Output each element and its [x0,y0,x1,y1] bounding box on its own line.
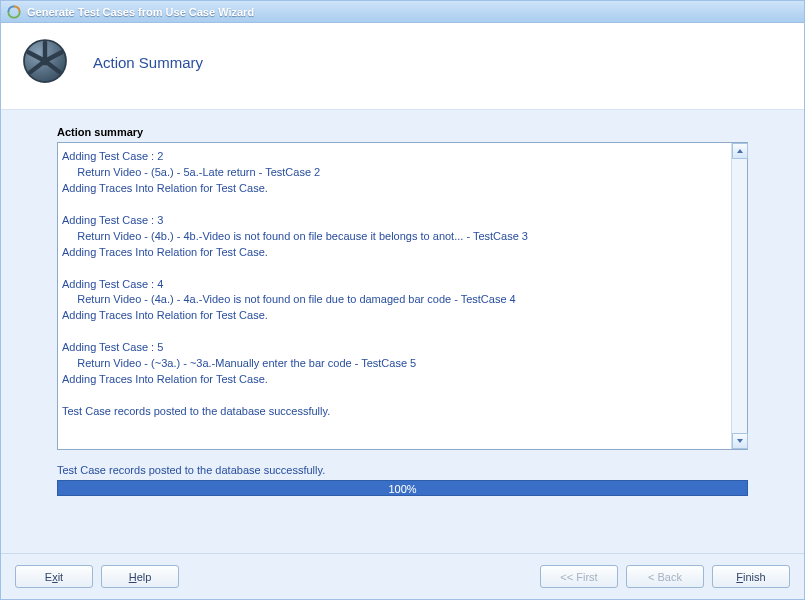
window-title: Generate Test Cases from Use Case Wizard [27,6,254,18]
scroll-down-button[interactable] [732,433,748,449]
wizard-content: Action summary Adding Test Case : 2 Retu… [1,110,804,553]
page-title: Action Summary [93,54,203,71]
wizard-header: Action Summary [1,23,804,110]
wizard-footer: Exit Help << First < Back Finish [1,553,804,599]
action-summary-box: Adding Test Case : 2 Return Video - (5a.… [57,142,748,450]
scrollbar[interactable] [731,143,747,449]
titlebar: Generate Test Cases from Use Case Wizard [1,1,804,23]
exit-button[interactable]: Exit [15,565,93,588]
back-button[interactable]: < Back [626,565,704,588]
app-icon [7,5,21,19]
section-label: Action summary [57,126,748,138]
help-button[interactable]: Help [101,565,179,588]
status-message: Test Case records posted to the database… [57,464,748,476]
scroll-up-button[interactable] [732,143,748,159]
first-button[interactable]: << First [540,565,618,588]
gear-icon [17,33,73,91]
action-summary-log: Adding Test Case : 2 Return Video - (5a.… [58,143,731,449]
progress-bar: 100% [57,480,748,496]
wizard-window: Generate Test Cases from Use Case Wizard [0,0,805,600]
finish-button[interactable]: Finish [712,565,790,588]
